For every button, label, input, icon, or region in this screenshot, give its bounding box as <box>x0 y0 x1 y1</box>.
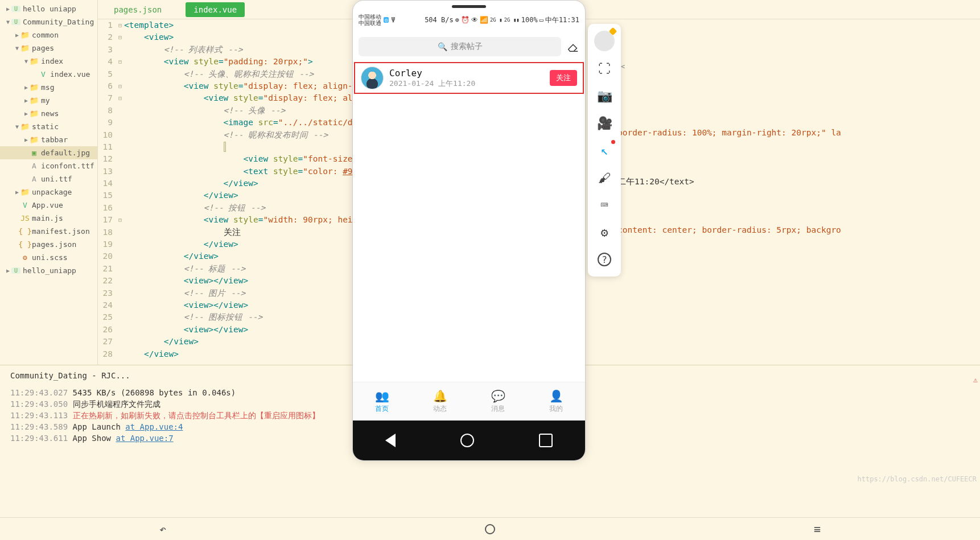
tree-item-manifest-json[interactable]: { }manifest.json <box>0 225 97 238</box>
tree-label: unpackage <box>32 188 72 196</box>
tree-label: manifest.json <box>32 227 90 236</box>
console-link[interactable]: at App.vue:4 <box>125 422 183 431</box>
nav-recent-icon[interactable] <box>539 434 553 447</box>
watermark: https://blog.csdn.net/CUFEECR <box>857 475 977 483</box>
tabbar-我的[interactable]: 👤我的 <box>527 382 585 421</box>
expand-arrow-icon[interactable]: ▼ <box>23 58 30 64</box>
tree-label: App.vue <box>32 201 63 209</box>
nav-back-icon[interactable] <box>385 434 396 447</box>
help-icon: ? <box>598 253 611 266</box>
tabbar-首页[interactable]: 👥首页 <box>353 382 411 421</box>
tool-camera[interactable]: 📷 <box>588 82 621 109</box>
record-icon: 🎥 <box>597 116 612 130</box>
tab-index-vue[interactable]: index.vue <box>186 2 245 17</box>
tree-item-my[interactable]: ▶📁my <box>0 94 97 107</box>
file-explorer[interactable]: ▶Uhello uniapp▼UCommunity_Dating▶📁common… <box>0 0 98 365</box>
tree-item-hello_uniapp[interactable]: ▶Uhello_uniapp <box>0 264 97 277</box>
tree-item-pages[interactable]: ▼📁pages <box>0 42 97 55</box>
expand-arrow-icon[interactable]: ▼ <box>5 19 11 25</box>
tree-item-msg[interactable]: ▶📁msg <box>0 81 97 94</box>
eraser-icon[interactable] <box>567 40 579 53</box>
search-icon: 🔍 <box>438 42 447 51</box>
tree-label: iconfont.ttf <box>41 162 94 170</box>
expand-arrow-icon[interactable]: ▶ <box>5 267 11 274</box>
tool-avatar[interactable] <box>588 27 621 55</box>
tree-item-index-vue[interactable]: Vindex.vue <box>0 68 97 81</box>
tabbar-label: 我的 <box>549 404 563 414</box>
tool-cursor[interactable]: ↖ <box>588 137 621 164</box>
tree-item-app-vue[interactable]: VApp.vue <box>0 199 97 212</box>
bottom-tabbar: 👥首页🔔动态💬消息👤我的 <box>353 382 585 421</box>
tree-item-index[interactable]: ▼📁index <box>0 55 97 68</box>
tree-item-tabbar[interactable]: ▶📁tabbar <box>0 133 97 146</box>
toolbar-collapse-icon[interactable]: < <box>621 63 625 71</box>
file-type-icon: 📁 <box>20 31 30 39</box>
expand-arrow-icon[interactable]: ▶ <box>14 32 20 38</box>
phone-notch <box>452 5 486 8</box>
carrier-1: 中国移动 <box>359 14 381 20</box>
tree-item-uni-ttf[interactable]: Auni.ttf <box>0 172 97 186</box>
nav-home-icon[interactable] <box>460 434 474 447</box>
sim-icon: ◎ <box>384 17 389 23</box>
file-type-icon: A <box>30 175 39 183</box>
tree-item-news[interactable]: ▶📁news <box>0 107 97 120</box>
follow-button[interactable]: 关注 <box>550 70 577 86</box>
expand-arrow-icon[interactable]: ▼ <box>14 123 20 130</box>
post-item[interactable]: Corley 2021-01-24 上午11:20 关注 <box>354 62 584 94</box>
console-link[interactable]: at App.vue:7 <box>116 434 173 443</box>
tool-record[interactable]: 🎥 <box>588 109 621 137</box>
file-type-icon: 📁 <box>30 83 39 92</box>
tree-item-hello-uniapp[interactable]: ▶Uhello uniapp <box>0 2 97 15</box>
file-type-icon: ▣ <box>30 149 39 157</box>
warning-icon: ⚠ <box>973 376 978 384</box>
tool-keyboard[interactable]: ⌨ <box>588 191 621 219</box>
expand-arrow-icon[interactable]: ▶ <box>23 137 30 143</box>
tree-item-uni-scss[interactable]: ⚙uni.scss <box>0 251 97 264</box>
file-type-icon: 📁 <box>30 57 39 65</box>
tree-item-default-jpg[interactable]: ▣default.jpg <box>0 146 97 159</box>
tree-item-iconfont-ttf[interactable]: Aiconfont.ttf <box>0 159 97 172</box>
expand-arrow-icon[interactable]: ▶ <box>14 189 20 195</box>
tree-item-main-js[interactable]: JSmain.js <box>0 212 97 225</box>
tree-label: static <box>32 122 59 131</box>
avatar[interactable] <box>361 67 384 89</box>
phone-simulator: 中国移动中国联通 ◎ Ψ 504 B/s ⊚ ⏰ 👁 📶 2G ▮ 2G ▮▮ … <box>352 0 586 461</box>
search-placeholder: 搜索帖子 <box>451 42 483 52</box>
tool-help[interactable]: ? <box>588 246 621 273</box>
expand-arrow-icon[interactable]: ▼ <box>14 45 20 51</box>
tool-brush[interactable]: 🖌 <box>588 164 621 191</box>
tree-item-common[interactable]: ▶📁common <box>0 28 97 42</box>
tree-label: hello_uniapp <box>23 266 76 275</box>
signal-2g-2-icon: 2G ▮▮ <box>504 17 520 23</box>
post-timestamp: 2021-01-24 上午11:20 <box>389 79 550 89</box>
sys-back-icon[interactable]: ↶ <box>159 522 166 536</box>
tabbar-动态[interactable]: 🔔动态 <box>411 382 469 421</box>
tree-label: pages.json <box>32 240 76 249</box>
tool-fullscreen[interactable]: ⛶ <box>588 55 621 82</box>
sys-home-icon[interactable] <box>485 524 495 534</box>
tree-item-pages-json[interactable]: { }pages.json <box>0 238 97 251</box>
tree-label: default.jpg <box>41 149 90 157</box>
search-input[interactable]: 🔍 搜索帖子 <box>359 37 561 56</box>
expand-arrow-icon[interactable]: ▶ <box>5 6 11 12</box>
file-type-icon: { } <box>20 227 30 236</box>
tree-item-community_dating[interactable]: ▼UCommunity_Dating <box>0 15 97 28</box>
tabbar-label: 动态 <box>433 404 447 414</box>
notification-dot-icon <box>611 140 615 144</box>
expand-arrow-icon[interactable]: ▶ <box>23 110 30 117</box>
tree-item-static[interactable]: ▼📁static <box>0 120 97 133</box>
tab-pages-json[interactable]: pages.json <box>106 0 170 19</box>
sys-menu-icon[interactable]: ≡ <box>814 522 821 536</box>
tool-settings[interactable]: ⚙ <box>588 219 621 246</box>
android-navbar <box>353 421 585 460</box>
settings-icon: ⚙ <box>600 225 608 240</box>
tree-item-unpackage[interactable]: ▶📁unpackage <box>0 186 97 199</box>
signal-2g-icon: 2G ▮ <box>490 17 503 23</box>
tree-label: pages <box>32 44 54 52</box>
expand-arrow-icon[interactable]: ▶ <box>23 97 30 104</box>
tabbar-消息[interactable]: 💬消息 <box>469 382 527 421</box>
profile-avatar-icon <box>594 31 615 51</box>
battery-percent: 100% <box>521 16 538 24</box>
expand-arrow-icon[interactable]: ▶ <box>23 84 30 90</box>
usb-icon: Ψ <box>391 16 395 24</box>
